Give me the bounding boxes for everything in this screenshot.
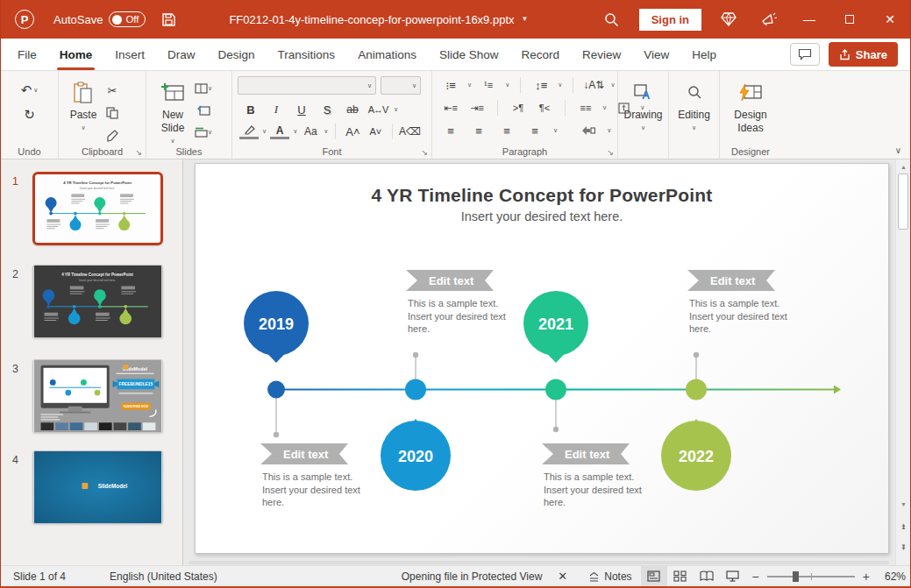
dismiss-protected-view-icon[interactable]: ✕ xyxy=(551,570,574,583)
bold-button[interactable]: B xyxy=(241,101,260,118)
clear-formatting-button[interactable]: A⌫ xyxy=(400,123,419,140)
character-spacing-button[interactable]: A↔V xyxy=(368,101,388,118)
tab-animations[interactable]: Animations xyxy=(346,39,428,70)
italic-button[interactable]: I xyxy=(267,101,286,118)
add-remove-columns-button[interactable]: ≡≡ xyxy=(576,99,595,117)
convert-to-smartart-button[interactable] xyxy=(579,122,598,139)
save-icon[interactable] xyxy=(161,12,176,27)
timeline-marker-2019[interactable]: 2019 xyxy=(244,291,309,399)
decrease-font-size-button[interactable]: A˅ xyxy=(366,123,385,140)
shadow-button[interactable]: S xyxy=(317,101,337,118)
tab-help[interactable]: Help xyxy=(680,39,728,70)
horizontal-scrollbar[interactable] xyxy=(189,561,889,564)
slide-layout-button[interactable]: ∨ xyxy=(194,80,213,97)
comments-button[interactable] xyxy=(790,43,820,66)
align-left-button[interactable]: ≡ xyxy=(441,122,460,139)
font-dialog-launcher-icon[interactable]: ↘ xyxy=(421,148,428,157)
zoom-slider[interactable] xyxy=(767,576,855,577)
strikethrough-button[interactable]: ab xyxy=(343,101,362,118)
drawing-button[interactable]: A Drawing ∨ xyxy=(623,76,663,132)
tab-insert[interactable]: Insert xyxy=(103,39,156,70)
slide-indicator[interactable]: Slide 1 of 4 xyxy=(4,570,75,583)
rtl-direction-button[interactable]: ¶< xyxy=(535,99,554,117)
powerpoint-app-icon[interactable]: P xyxy=(15,10,34,29)
timeline-marker-2020[interactable]: 2020 xyxy=(381,379,451,492)
edit-text-banner-2019[interactable]: Edit text xyxy=(260,443,348,464)
zoom-slider-thumb[interactable] xyxy=(793,571,799,582)
scroll-up-icon[interactable]: ▲ xyxy=(896,160,911,174)
vertical-scrollbar[interactable]: ▲ ▼ ▲▲ ▼▼ xyxy=(895,159,910,565)
premium-gem-icon[interactable] xyxy=(708,0,749,39)
ltr-direction-button[interactable]: >¶ xyxy=(509,99,528,117)
collapse-ribbon-icon[interactable]: ∨ xyxy=(895,145,901,155)
font-size-combo[interactable]: ∨ xyxy=(381,76,421,95)
reading-view-button[interactable] xyxy=(694,566,720,586)
line-spacing-button[interactable]: ↕≡ xyxy=(531,76,551,94)
align-center-button[interactable]: ≡ xyxy=(469,122,488,139)
undo-button[interactable]: ↶ ∨ xyxy=(20,81,39,99)
paragraph-dialog-launcher-icon[interactable]: ↘ xyxy=(607,148,614,157)
tab-transitions[interactable]: Transitions xyxy=(267,39,347,70)
share-button[interactable]: Share xyxy=(829,42,898,67)
design-ideas-button[interactable]: Design Ideas xyxy=(725,76,776,135)
decrease-indent-button[interactable]: ⇤≡ xyxy=(441,99,460,117)
font-color-button[interactable]: A xyxy=(270,124,289,139)
slide-thumbnail-3[interactable]: SlideModel FREEBUNDLE15 SUBSCRIBE NOW xyxy=(32,359,163,433)
maximize-button[interactable] xyxy=(829,0,870,39)
timeline-marker-2021[interactable]: 2021 xyxy=(523,291,588,400)
feedback-megaphone-icon[interactable] xyxy=(749,0,789,39)
tab-home[interactable]: Home xyxy=(48,39,104,70)
previous-slide-button[interactable]: ▲▲ xyxy=(896,520,911,534)
slideshow-view-button[interactable] xyxy=(720,566,746,586)
edit-text-banner-2020[interactable]: Edit text xyxy=(406,270,494,291)
tab-view[interactable]: View xyxy=(632,39,680,70)
edit-text-banner-2022[interactable]: Edit text xyxy=(687,270,775,291)
minimize-button[interactable]: — xyxy=(789,0,829,39)
tab-slide-show[interactable]: Slide Show xyxy=(428,39,510,70)
editing-button[interactable]: Editing ∨ xyxy=(674,76,714,132)
sort-text-button[interactable]: ↓A⇅ xyxy=(584,76,603,94)
slide-thumbnail-4[interactable]: SlideModel xyxy=(32,450,163,524)
notes-button[interactable]: Notes xyxy=(580,570,640,583)
paste-button[interactable]: Paste ∨ xyxy=(64,76,103,132)
tab-review[interactable]: Review xyxy=(571,39,632,70)
copy-button[interactable] xyxy=(103,104,122,122)
language-indicator[interactable]: English (United States) xyxy=(101,570,226,583)
autosave-toggle[interactable]: Off xyxy=(109,11,146,27)
increase-font-size-button[interactable]: A˄ xyxy=(343,123,362,140)
slide-sorter-view-button[interactable] xyxy=(667,566,694,586)
next-slide-button[interactable]: ▼▼ xyxy=(896,541,911,555)
sample-text-2019[interactable]: This is a sample text. Insert your desir… xyxy=(262,471,367,509)
close-button[interactable]: ✕ xyxy=(870,0,910,39)
zoom-in-button[interactable]: + xyxy=(860,570,872,584)
sample-text-2020[interactable]: This is a sample text. Insert your desir… xyxy=(408,297,513,336)
sample-text-2022[interactable]: This is a sample text. Insert your desir… xyxy=(689,297,794,336)
bullets-button[interactable]: ⁝≡ xyxy=(441,76,460,94)
justify-button[interactable]: ≡ xyxy=(525,122,544,139)
edit-text-banner-2021[interactable]: Edit text xyxy=(542,443,630,464)
tab-record[interactable]: Record xyxy=(509,39,571,70)
reset-slide-button[interactable] xyxy=(194,102,213,119)
section-button[interactable]: ∨ xyxy=(194,124,213,141)
tab-draw[interactable]: Draw xyxy=(156,39,207,70)
search-icon[interactable] xyxy=(592,0,632,39)
slide-thumbnail-1[interactable]: 4 YR Timeline Concept for PowerPoint Ins… xyxy=(32,172,163,245)
normal-view-button[interactable] xyxy=(641,566,667,586)
redo-button[interactable]: ↻ xyxy=(20,106,39,124)
align-right-button[interactable]: ≡ xyxy=(497,122,516,139)
text-highlight-button[interactable] xyxy=(239,124,259,139)
new-slide-button[interactable]: New Slide ∨ xyxy=(152,76,194,145)
slide-thumbnail-2[interactable]: 4 YR Timeline Concept for PowerPoint Ins… xyxy=(32,265,163,338)
sign-in-button[interactable]: Sign in xyxy=(639,9,701,31)
zoom-level[interactable]: 62% xyxy=(876,570,911,583)
slide-editing-surface[interactable]: 4 YR Timeline Concept for PowerPoint Ins… xyxy=(195,163,889,554)
increase-indent-button[interactable]: ⇥≡ xyxy=(467,99,487,117)
timeline-marker-2022[interactable]: 2022 xyxy=(661,379,731,492)
format-painter-button[interactable] xyxy=(103,127,122,145)
tab-file[interactable]: File xyxy=(6,39,48,70)
change-case-button[interactable]: Aa xyxy=(301,123,320,140)
scrollbar-thumb[interactable] xyxy=(898,174,908,230)
scroll-down-icon[interactable]: ▼ xyxy=(896,498,911,511)
tab-design[interactable]: Design xyxy=(207,39,267,70)
font-name-combo[interactable]: ∨ xyxy=(238,76,376,95)
